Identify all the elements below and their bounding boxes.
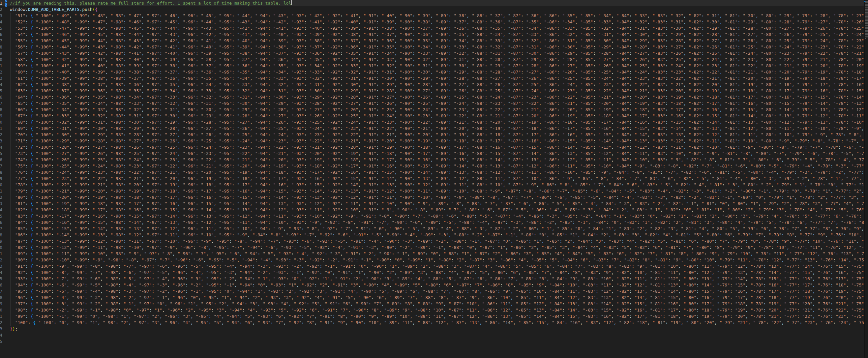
window-token: window — [10, 7, 25, 12]
code-line-statement[interactable]: window.DUMB_ADD_TABLE_PARTS.push({ — [10, 6, 864, 12]
code-line[interactable]: "60": { "-100": "-40", "-99": "-39", "-9… — [10, 69, 864, 75]
code-line[interactable]: "65": { "-100": "-35", "-99": "-34", "-9… — [10, 100, 864, 107]
minimap-line — [865, 32, 868, 32]
code-line[interactable]: "56": { "-100": "-44", "-99": "-43", "-9… — [10, 44, 864, 50]
code-line[interactable]: "83": { "-100": "-17", "-99": "-16", "-9… — [10, 213, 864, 219]
code-line[interactable]: "70": { "-100": "-30", "-99": "-29", "-9… — [10, 131, 864, 138]
code-line[interactable]: "88": { "-100": "-12", "-99": "-11", "-9… — [10, 244, 864, 250]
code-line[interactable]: "75": { "-100": "-25", "-99": "-24", "-9… — [10, 163, 864, 169]
code-line[interactable]: "54": { "-100": "-46", "-99": "-45", "-9… — [10, 31, 864, 37]
code-line[interactable]: "59": { "-100": "-41", "-99": "-40", "-9… — [10, 63, 864, 69]
line-number: 42 — [0, 257, 2, 263]
minimap-line — [865, 14, 868, 14]
line-number: 49 — [0, 301, 2, 307]
vscode-editor: 1234567891011121314151617181920212223242… — [0, 0, 868, 358]
minimap-line — [865, 25, 868, 26]
line-number: 14 — [0, 82, 2, 88]
code-line[interactable]: "63": { "-100": "-37", "-99": "-36", "-9… — [10, 88, 864, 94]
minimap-line — [865, 7, 868, 7]
code-line[interactable]: "80": { "-100": "-20", "-99": "-19", "-9… — [10, 194, 864, 201]
code-line[interactable]: "68": { "-100": "-32", "-99": "-31", "-9… — [10, 119, 864, 125]
semicolon-token: ; — [15, 326, 18, 331]
code-line[interactable]: "71": { "-100": "-29", "-99": "-28", "-9… — [10, 138, 864, 144]
line-number: 25 — [0, 150, 2, 157]
minimap-line — [865, 20, 868, 20]
code-line[interactable]: "52": { "-100": "-48", "-99": "-47", "-9… — [10, 19, 864, 25]
code-line[interactable]: "82": { "-100": "-18", "-99": "-17", "-9… — [10, 207, 864, 213]
code-line[interactable]: "86": { "-100": "-14", "-99": "-13", "-9… — [10, 232, 864, 238]
code-line[interactable]: "79": { "-100": "-21", "-99": "-20", "-9… — [10, 188, 864, 194]
code-line[interactable]: "100": { "-100": "0", "-99": "1", "-98":… — [10, 320, 864, 326]
code-line[interactable]: "77": { "-100": "-23", "-99": "-22", "-9… — [10, 175, 864, 182]
code-line[interactable]: "55": { "-100": "-45", "-99": "-44", "-9… — [10, 37, 864, 44]
code-line[interactable]: "92": { "-100": "-8", "-99": "-7", "-98"… — [10, 269, 864, 276]
code-line[interactable]: "62": { "-100": "-38", "-99": "-37", "-9… — [10, 82, 864, 88]
code-line[interactable]: "74": { "-100": "-26", "-99": "-25", "-9… — [10, 157, 864, 163]
code-line[interactable]: "69": { "-100": "-31", "-99": "-30", "-9… — [10, 125, 864, 131]
code-line[interactable]: "94": { "-100": "-6", "-99": "-5", "-98"… — [10, 282, 864, 288]
code-line[interactable]: "96": { "-100": "-4", "-99": "-3", "-98"… — [10, 294, 864, 301]
line-number: 34 — [0, 207, 2, 213]
line-number: 29 — [0, 175, 2, 182]
code-line[interactable]: "89": { "-100": "-11", "-99": "-10", "-9… — [10, 250, 864, 257]
code-line[interactable]: "53": { "-100": "-47", "-99": "-46", "-9… — [10, 25, 864, 31]
code-line[interactable]: "76": { "-100": "-24", "-99": "-23", "-9… — [10, 169, 864, 175]
code-line[interactable]: "90": { "-100": "-10", "-99": "-9", "-98… — [10, 257, 864, 263]
code-line[interactable]: "64": { "-100": "-36", "-99": "-35", "-9… — [10, 94, 864, 100]
line-number: 22 — [0, 131, 2, 138]
line-number: 44 — [0, 269, 2, 276]
code-line[interactable]: "73": { "-100": "-27", "-99": "-26", "-9… — [10, 150, 864, 157]
minimap-line — [865, 13, 868, 13]
line-number: 48 — [0, 294, 2, 301]
minimap-line — [865, 27, 868, 27]
code-line[interactable]: "84": { "-100": "-16", "-99": "-15", "-9… — [10, 219, 864, 226]
line-number: 28 — [0, 169, 2, 175]
line-number: 37 — [0, 226, 2, 232]
minimap-line — [865, 30, 868, 30]
property-token: DUMB_ADD_TABLE_PARTS — [28, 7, 80, 12]
minimap-line — [865, 19, 868, 19]
code-content[interactable]: //if you are reading this, please rate m… — [10, 0, 864, 358]
method-token: push — [82, 7, 92, 12]
code-line-comment[interactable]: //if you are reading this, please rate m… — [10, 0, 864, 6]
code-line[interactable]: "99": { "-100": "-1", "-99": "0", "-98":… — [10, 313, 864, 320]
line-number: 26 — [0, 157, 2, 163]
code-line[interactable]: "51": { "-100": "-49", "-99": "-48", "-9… — [10, 12, 864, 19]
code-line[interactable]: "93": { "-100": "-7", "-99": "-6", "-98"… — [10, 276, 864, 282]
line-number: 39 — [0, 238, 2, 244]
line-number: 31 — [0, 188, 2, 194]
minimap-line — [865, 20, 868, 21]
line-number: 41 — [0, 250, 2, 257]
minimap-line — [865, 22, 868, 22]
line-number: 19 — [0, 113, 2, 119]
code-line[interactable]: "87": { "-100": "-13", "-99": "-12", "-9… — [10, 238, 864, 244]
line-number: 5 — [0, 25, 2, 31]
code-line[interactable]: "81": { "-100": "-19", "-99": "-18", "-9… — [10, 201, 864, 207]
minimap[interactable] — [864, 0, 868, 358]
line-number-gutter[interactable]: 1234567891011121314151617181920212223242… — [0, 0, 2, 345]
code-line[interactable]: "98": { "-100": "-2", "-99": "-1", "-98"… — [10, 307, 864, 313]
minimap-line — [865, 6, 868, 6]
code-line[interactable]: "97": { "-100": "-3", "-99": "-2", "-98"… — [10, 301, 864, 307]
code-line[interactable]: "85": { "-100": "-15", "-99": "-14", "-9… — [10, 226, 864, 232]
dot-token: . — [25, 7, 28, 12]
line-number: 8 — [0, 44, 2, 50]
minimap-line — [865, 33, 868, 34]
code-line-closing[interactable]: }); — [10, 326, 864, 332]
line-number: 38 — [0, 232, 2, 238]
code-line-empty[interactable] — [10, 332, 864, 338]
code-line[interactable]: "91": { "-100": "-9", "-99": "-8", "-98"… — [10, 263, 864, 269]
code-line[interactable]: "67": { "-100": "-33", "-99": "-32", "-9… — [10, 113, 864, 119]
code-line[interactable]: "61": { "-100": "-39", "-99": "-38", "-9… — [10, 75, 864, 82]
line-number: 30 — [0, 182, 2, 188]
line-number: 32 — [0, 194, 2, 201]
line-number: 1 — [0, 0, 2, 6]
code-line[interactable]: "78": { "-100": "-22", "-99": "-21", "-9… — [10, 182, 864, 188]
code-line[interactable]: "66": { "-100": "-34", "-99": "-33", "-9… — [10, 107, 864, 113]
code-line[interactable]: "58": { "-100": "-42", "-99": "-41", "-9… — [10, 56, 864, 63]
code-line[interactable]: "72": { "-100": "-28", "-99": "-27", "-9… — [10, 144, 864, 150]
line-number: 36 — [0, 219, 2, 226]
code-line-empty[interactable] — [10, 338, 864, 345]
code-line[interactable]: "95": { "-100": "-5", "-99": "-4", "-98"… — [10, 288, 864, 294]
code-line[interactable]: "57": { "-100": "-43", "-99": "-42", "-9… — [10, 50, 864, 56]
